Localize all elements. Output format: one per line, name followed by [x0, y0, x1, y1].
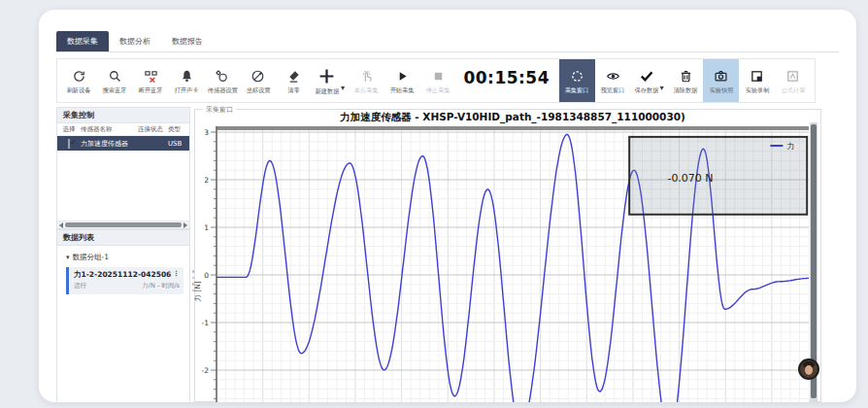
- bluetooth-disconnect-icon: [144, 69, 158, 84]
- chevron-down-icon: ▾: [66, 254, 70, 261]
- data-group-row[interactable]: ▾数据分组-1: [57, 246, 189, 262]
- search-icon: [108, 69, 122, 84]
- legend-label: 力: [786, 142, 794, 151]
- hscroll-right-arrow[interactable]: [182, 222, 189, 228]
- stop-icon: [431, 69, 446, 84]
- data-item-axes: 力/N－时间/s: [142, 282, 180, 290]
- bell-icon: [180, 69, 194, 84]
- axis-settings-icon: [250, 69, 265, 84]
- eraser-icon: [286, 69, 301, 84]
- refresh-icon: [72, 69, 86, 84]
- capture-window-button[interactable]: 采集窗口: [559, 59, 595, 102]
- clear-data-button[interactable]: 清除数据: [668, 59, 704, 102]
- formula-icon: [785, 69, 800, 84]
- snapshot-icon: [714, 69, 728, 84]
- annotation-value: -0.070 N: [667, 172, 713, 185]
- new-data-button[interactable]: 新建数据: [312, 59, 343, 102]
- hscroll-thumb[interactable]: [65, 222, 182, 227]
- refresh-device-button[interactable]: 刷新设备: [61, 59, 97, 102]
- sensor-row[interactable]: 力加速度传感器 USB: [57, 136, 189, 151]
- data-list-title: 数据列表: [57, 230, 189, 246]
- preview-window-button[interactable]: 预览窗口: [595, 59, 631, 102]
- start-capture-button[interactable]: 开始采集: [384, 59, 420, 102]
- save-data-dropdown-caret[interactable]: ▾: [660, 84, 668, 92]
- sensor-table-header: 选择 传感器名称 连接状态 类型: [57, 123, 189, 136]
- waveform-chart[interactable]: 3210-1-2力 [N]-0.070 N力: [194, 121, 820, 402]
- sensor-table-hscrollbar[interactable]: [57, 221, 189, 228]
- svg-text:2: 2: [204, 176, 209, 185]
- kebab-icon[interactable]: ⋮: [173, 270, 180, 280]
- disconnect-bluetooth-button[interactable]: 断开蓝牙: [133, 59, 169, 102]
- single-point-capture-button[interactable]: 单点采集: [349, 59, 384, 102]
- selection-region: [629, 137, 807, 215]
- plus-icon: [318, 68, 335, 85]
- dashed-circle-icon: [570, 69, 584, 84]
- svg-text:力 [N]: 力 [N]: [194, 281, 202, 301]
- tab-data-report[interactable]: 数据报告: [161, 31, 214, 51]
- sensor-type: USB: [168, 140, 189, 148]
- record-icon: [750, 69, 764, 84]
- axis-settings-button[interactable]: 坐标设置: [240, 59, 276, 102]
- data-list-panel: 数据列表 ▾数据分组-1 力1-2-20251112-042506⋮ 运行 力/…: [56, 229, 190, 402]
- stop-capture-button[interactable]: 停止采集: [420, 59, 456, 102]
- eye-icon: [606, 69, 620, 84]
- sensor-settings-icon: [215, 69, 229, 84]
- check-icon: [639, 68, 654, 84]
- svg-text:-2: -2: [202, 366, 210, 375]
- app-window: 数据采集 数据分析 数据报告 刷新设备 搜索蓝牙 断开蓝牙 打开声卡 传感器设置…: [39, 10, 856, 402]
- data-item-title: 力1-2-20251112-042506: [74, 270, 171, 280]
- sensor-checkbox[interactable]: [68, 139, 70, 149]
- svg-text:1: 1: [204, 223, 209, 232]
- sensor-settings-button[interactable]: 传感器设置: [204, 59, 240, 102]
- collect-control-panel: 采集控制 选择 传感器名称 连接状态 类型 力加速度传感器 USB: [56, 107, 190, 229]
- data-list-item[interactable]: 力1-2-20251112-042506⋮ 运行 力/N－时间/s: [66, 267, 184, 294]
- sensor-name: 力加速度传感器: [81, 139, 133, 149]
- vscroll-thumb[interactable]: [811, 124, 817, 398]
- toolbar: 刷新设备 搜索蓝牙 断开蓝牙 打开声卡 传感器设置 坐标设置 清零 新建数据: [56, 58, 816, 103]
- hscroll-left-arrow[interactable]: [57, 222, 65, 228]
- trash-icon: [679, 69, 693, 84]
- tab-data-collection[interactable]: 数据采集: [56, 31, 109, 51]
- capture-timer: 00:15:54: [455, 59, 559, 102]
- play-icon: [395, 69, 410, 84]
- experiment-snapshot-button[interactable]: 实验快照: [703, 59, 739, 102]
- experiment-record-button[interactable]: 实验录制: [739, 59, 775, 102]
- search-bluetooth-button[interactable]: 搜索蓝牙: [97, 59, 133, 102]
- save-data-button[interactable]: 保存数据: [631, 59, 662, 102]
- new-data-dropdown-caret[interactable]: ▾: [341, 84, 349, 92]
- tap-icon: [359, 69, 374, 84]
- svg-text:0: 0: [204, 271, 209, 280]
- collect-control-title: 采集控制: [57, 108, 189, 123]
- zero-clear-button[interactable]: 清零: [276, 59, 312, 102]
- svg-text:-1: -1: [202, 319, 210, 327]
- formula-calc-button[interactable]: 公式计算: [775, 59, 811, 102]
- main-tabbar: 数据采集 数据分析 数据报告: [56, 31, 839, 52]
- user-avatar[interactable]: [798, 358, 819, 380]
- tab-data-analysis[interactable]: 数据分析: [109, 31, 161, 51]
- svg-text:3: 3: [204, 128, 209, 137]
- open-soundcard-button[interactable]: 打开声卡: [169, 59, 205, 102]
- data-item-status: 运行: [74, 282, 86, 290]
